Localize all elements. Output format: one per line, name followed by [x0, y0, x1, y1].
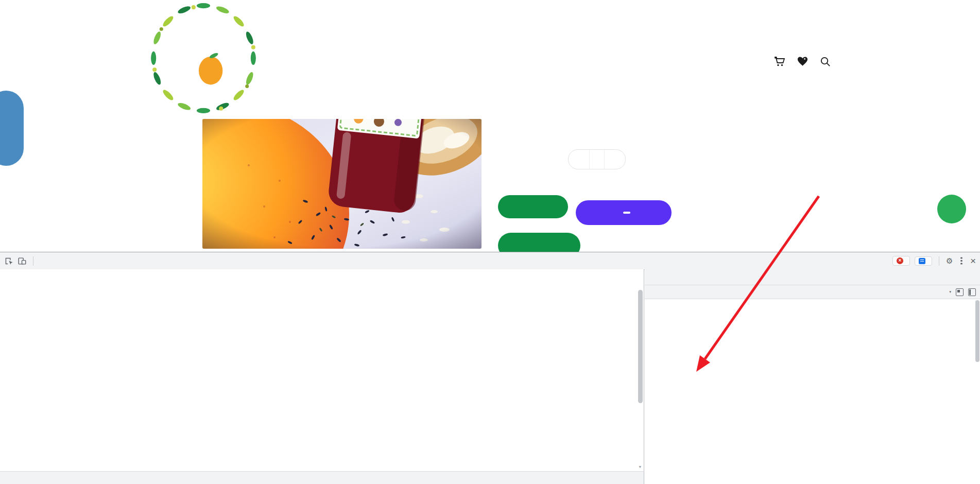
devtools-toolbar-right: ⚙ × [892, 252, 976, 269]
shoppay-pay-badge [623, 212, 630, 214]
quantity-stepper [568, 149, 626, 169]
scroll-to-top-button[interactable] [937, 195, 966, 223]
site-logo[interactable] [143, 3, 264, 116]
add-to-cart-button[interactable] [498, 195, 568, 218]
wishlist-heart-icon[interactable] [797, 56, 809, 67]
more-options-icon[interactable] [960, 260, 962, 262]
styles-scrollbar-thumb[interactable] [975, 300, 979, 362]
quantity-value[interactable] [589, 150, 605, 169]
element-state-brush-icon[interactable] [956, 288, 964, 296]
quantity-decrease-button[interactable] [569, 150, 589, 169]
inspect-element-icon[interactable] [4, 256, 13, 266]
devtools-panel: ⚙ × ▾ ▾ [0, 252, 980, 484]
elements-scrollbar-thumb[interactable] [638, 290, 643, 403]
new-rule-caret-icon[interactable]: ▾ [949, 290, 951, 294]
styles-panel: ▾ [645, 269, 980, 484]
logo-orange-fruit [199, 57, 222, 84]
product-image [202, 119, 482, 249]
breadcrumb-bar [0, 471, 644, 484]
reviews-tab[interactable] [0, 91, 24, 166]
error-icon [897, 257, 903, 264]
buy-with-shoppay-button[interactable] [576, 200, 672, 225]
styles-subtab-strip [645, 269, 980, 285]
search-icon[interactable] [819, 56, 831, 67]
issues-badge[interactable] [915, 256, 932, 266]
sidebar-dock-icon[interactable] [968, 288, 976, 296]
styles-filter-bar: ▾ [645, 285, 980, 299]
toolbar-divider [939, 256, 939, 266]
toolbar-divider [33, 256, 33, 266]
devtools-close-icon[interactable]: × [970, 256, 976, 266]
device-toolbar-icon[interactable] [18, 256, 27, 266]
elements-panel: ▾ [0, 269, 644, 471]
devtools-toolbar: ⚙ × [0, 252, 980, 270]
settings-gear-icon[interactable]: ⚙ [946, 256, 953, 266]
scroll-down-indicator[interactable]: ▾ [638, 463, 642, 470]
screenshot-stage: ⚙ × ▾ ▾ [0, 0, 980, 484]
quantity-increase-button[interactable] [605, 150, 625, 169]
issues-icon [919, 258, 925, 264]
header-icons [773, 55, 831, 67]
cart-icon[interactable] [773, 55, 786, 67]
console-errors-badge[interactable] [892, 256, 910, 266]
